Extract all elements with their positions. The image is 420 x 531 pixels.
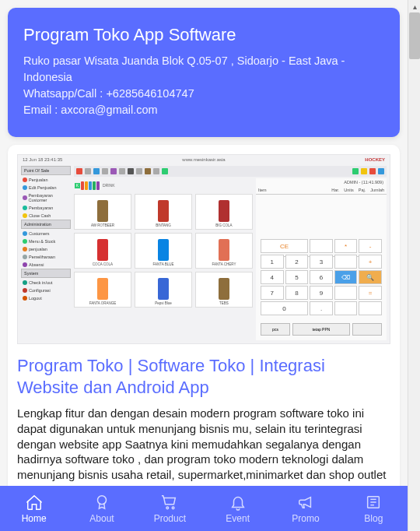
ss-site: www.mesinkasir.asia [182, 157, 225, 162]
phone-value: +6285646104747 [106, 87, 194, 100]
megaphone-icon [297, 494, 314, 511]
header-title: Program Toko App Software [23, 25, 384, 45]
nav-blog-label: Blog [364, 513, 383, 524]
ss-brand: HOCKEY [365, 157, 385, 162]
header-phone: Whatsapp/Call : +6285646104747 [23, 86, 384, 102]
header-email: Email : axcora@gmail.com [23, 102, 384, 118]
news-icon [365, 494, 382, 511]
article-card: 12 Jun 18 23:41:35 www.mesinkasir.asia H… [8, 145, 400, 531]
phone-label: Whatsapp/Call : [23, 87, 106, 100]
pos-screenshot: 12 Jun 18 23:41:35 www.mesinkasir.asia H… [17, 154, 390, 344]
ss-keypad: CE * - 1 2 3 + 4 5 6 ⌫ 🔍 7 8 9 [261, 239, 382, 315]
ss-timestamp: 12 Jun 18 23:41:35 [23, 157, 62, 162]
nav-event[interactable]: Event [204, 486, 271, 531]
svg-point-0 [97, 495, 106, 504]
header-address: Ruko pasar Wisata Juanda Blok Q.05-07 , … [23, 53, 384, 86]
ss-section-admin: Administration [21, 220, 71, 229]
ss-sidebar: Point Of Sale Penjualan Edit Penjualan P… [21, 166, 71, 302]
ss-cart-panel: ADMIN - (11:41.909) Item Har. Units Paj.… [256, 178, 387, 340]
header-card: Program Toko App Software Ruko pasar Wis… [8, 8, 400, 137]
nav-blog[interactable]: Blog [340, 486, 408, 531]
nav-product[interactable]: Product [136, 486, 204, 531]
nav-promo[interactable]: Promo [271, 486, 339, 531]
ss-toolbar [74, 166, 387, 177]
article-title[interactable]: Program Toko | Software Toko | Integrasi… [17, 355, 390, 398]
ss-drink-strip: K DRINK [74, 180, 253, 191]
scrollbar[interactable]: ▴ [408, 0, 420, 531]
email-value: axcora@gmail.com [61, 104, 157, 116]
badge-icon [93, 494, 110, 511]
nav-about-label: About [89, 513, 114, 524]
nav-event-label: Event [226, 513, 250, 524]
nav-home[interactable]: Home [0, 486, 68, 531]
home-icon [26, 494, 43, 511]
cart-icon [161, 494, 178, 511]
svg-point-1 [166, 506, 169, 508]
nav-about[interactable]: About [68, 486, 135, 531]
scrollbar-thumb[interactable] [409, 12, 420, 59]
nav-product-label: Product [154, 513, 186, 524]
ss-product-grid: AW ROTBEER BINTANG BIG COLA COCA COLA FA… [74, 194, 253, 308]
svg-point-2 [173, 506, 175, 508]
ss-section-system: System [21, 269, 71, 278]
email-label: Email : [23, 104, 61, 116]
nav-home-label: Home [22, 513, 47, 524]
bottom-nav: Home About Product Event Promo Blog [0, 486, 408, 531]
scroll-up-icon[interactable]: ▴ [408, 0, 420, 12]
nav-promo-label: Promo [292, 513, 319, 524]
ss-section-pos: Point Of Sale [21, 166, 71, 175]
bell-icon [229, 494, 247, 511]
